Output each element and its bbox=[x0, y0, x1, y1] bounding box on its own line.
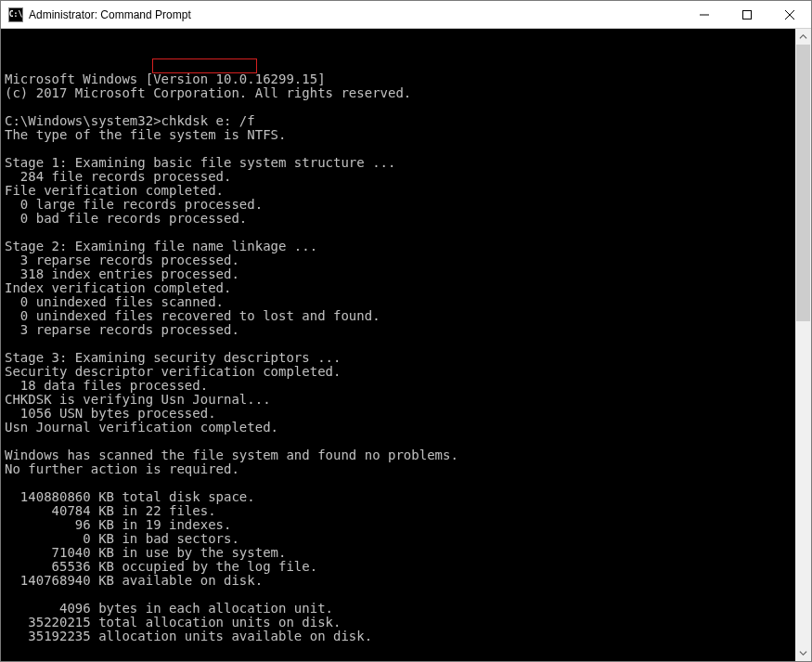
scroll-up-arrow-icon[interactable] bbox=[795, 29, 811, 45]
window-title: Administrator: Command Prompt bbox=[29, 8, 683, 21]
console-line: C:\Windows\system32>chkdsk e: /f bbox=[5, 114, 792, 128]
console-line: 1056 USN bytes processed. bbox=[5, 407, 792, 421]
console-line: Usn Journal verification completed. bbox=[5, 421, 792, 435]
console-line: 318 index entries processed. bbox=[5, 267, 792, 281]
console-line bbox=[5, 100, 792, 114]
console-line: Stage 1: Examining basic file system str… bbox=[5, 156, 792, 170]
window-controls bbox=[683, 1, 811, 28]
console-line: Microsoft Windows [Version 10.0.16299.15… bbox=[5, 72, 792, 86]
console-line: No further action is required. bbox=[5, 462, 792, 476]
console-line bbox=[5, 588, 792, 602]
cmd-icon: C:\ bbox=[8, 7, 23, 22]
console-line: File verification completed. bbox=[5, 184, 792, 198]
vertical-scrollbar[interactable] bbox=[795, 29, 811, 661]
console-line: 0 KB in bad sectors. bbox=[5, 532, 792, 546]
console-line: Stage 2: Examining file name linkage ... bbox=[5, 240, 792, 253]
console-line: 40784 KB in 22 files. bbox=[5, 504, 792, 518]
console-line: 71040 KB in use by the system. bbox=[5, 546, 792, 560]
console-line: 284 file records processed. bbox=[5, 170, 792, 184]
console-line: 140880860 KB total disk space. bbox=[5, 490, 792, 504]
console-line: 3 reparse records processed. bbox=[5, 323, 792, 337]
console-line: 0 bad file records processed. bbox=[5, 212, 792, 226]
console-line: 65536 KB occupied by the log file. bbox=[5, 560, 792, 574]
scroll-track[interactable] bbox=[795, 45, 811, 645]
close-button[interactable] bbox=[768, 1, 811, 28]
console-line: The type of the file system is NTFS. bbox=[5, 128, 792, 142]
console-line bbox=[5, 337, 792, 351]
console-line bbox=[5, 435, 792, 448]
scroll-thumb[interactable] bbox=[796, 45, 810, 321]
svg-rect-1 bbox=[743, 10, 752, 19]
console-line: Security descriptor verification complet… bbox=[5, 365, 792, 379]
console-line: Stage 3: Examining security descriptors … bbox=[5, 351, 792, 365]
command-prompt-window: C:\ Administrator: Command Prompt Micros… bbox=[0, 0, 812, 662]
console-line bbox=[5, 476, 792, 490]
console-line: Index verification completed. bbox=[5, 281, 792, 295]
console-line: 4096 bytes in each allocation unit. bbox=[5, 602, 792, 616]
console-line: CHKDSK is verifying Usn Journal... bbox=[5, 393, 792, 407]
console-line: 35220215 total allocation units on disk. bbox=[5, 616, 792, 630]
console-line: 96 KB in 19 indexes. bbox=[5, 518, 792, 532]
console-line: 140768940 KB available on disk. bbox=[5, 574, 792, 588]
client-area: Microsoft Windows [Version 10.0.16299.15… bbox=[1, 29, 811, 661]
console-line: 0 unindexed files scanned. bbox=[5, 295, 792, 309]
titlebar[interactable]: C:\ Administrator: Command Prompt bbox=[1, 1, 811, 29]
console-line: 0 large file records processed. bbox=[5, 198, 792, 212]
console-line: 35192235 allocation units available on d… bbox=[5, 630, 792, 643]
console-line: 0 unindexed files recovered to lost and … bbox=[5, 309, 792, 323]
scroll-down-arrow-icon[interactable] bbox=[795, 645, 811, 661]
minimize-button[interactable] bbox=[683, 1, 726, 28]
console-line bbox=[5, 142, 792, 156]
console-line: 3 reparse records processed. bbox=[5, 253, 792, 267]
console-output[interactable]: Microsoft Windows [Version 10.0.16299.15… bbox=[1, 29, 795, 661]
console-line: (c) 2017 Microsoft Corporation. All righ… bbox=[5, 86, 792, 100]
maximize-button[interactable] bbox=[726, 1, 768, 28]
console-line: 18 data files processed. bbox=[5, 379, 792, 393]
console-line bbox=[5, 226, 792, 240]
console-line: Windows has scanned the file system and … bbox=[5, 448, 792, 462]
